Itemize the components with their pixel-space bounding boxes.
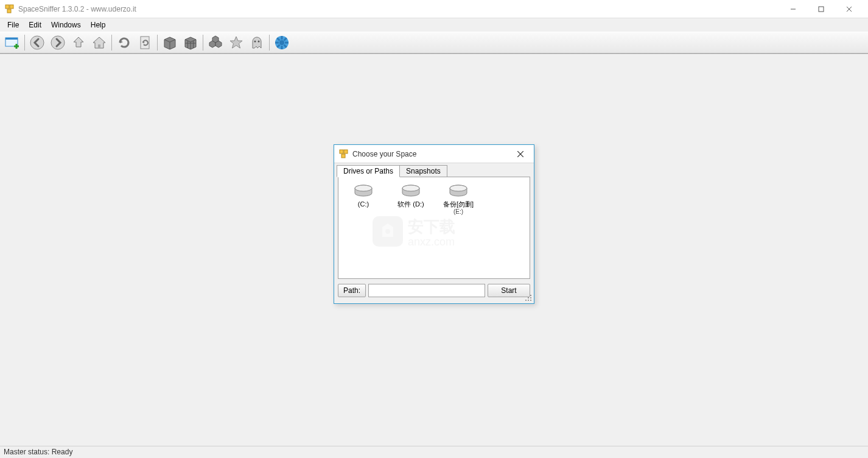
- favorite-button[interactable]: [226, 33, 246, 52]
- svg-rect-44: [528, 300, 529, 301]
- drive-icon: [447, 183, 469, 199]
- refresh-button[interactable]: [114, 33, 134, 52]
- svg-point-32: [355, 185, 372, 191]
- blocks-icon: [208, 35, 223, 51]
- back-icon: [29, 35, 45, 51]
- ghost-button[interactable]: [247, 33, 267, 52]
- svg-point-38: [385, 229, 390, 234]
- toolbar-separator: [111, 35, 112, 51]
- watermark-text: anxz.com: [408, 236, 455, 248]
- svg-rect-18: [281, 36, 283, 40]
- path-label-button[interactable]: Path:: [338, 284, 366, 297]
- drives-panel: (C:) 软件 (D:) 备份[勿删] (E:) 安下载 anxz.com: [338, 177, 530, 279]
- settings-button[interactable]: [272, 33, 292, 52]
- drive-item-c[interactable]: (C:): [341, 182, 386, 210]
- toolbar-separator: [24, 35, 25, 51]
- svg-rect-21: [285, 42, 289, 44]
- dialog-tabs: Drives or Paths Snapshots: [334, 164, 534, 177]
- toolbar-separator: [157, 35, 158, 51]
- level-up-icon: [71, 35, 86, 51]
- drive-item-e[interactable]: 备份[勿删] (E:): [436, 182, 481, 216]
- watermark: 安下载 anxz.com: [370, 211, 498, 254]
- drive-label: 软件 (D:): [397, 200, 424, 208]
- maximize-button[interactable]: [807, 0, 835, 18]
- minimize-button[interactable]: [779, 0, 807, 18]
- home-button[interactable]: [89, 33, 109, 52]
- dialog-title: Choose your Space: [352, 150, 512, 158]
- svg-rect-20: [275, 42, 279, 44]
- svg-rect-26: [340, 150, 343, 153]
- toolbar-separator: [269, 35, 270, 51]
- menu-edit[interactable]: Edit: [24, 19, 46, 30]
- dialog-close-button[interactable]: [512, 147, 529, 161]
- svg-rect-45: [530, 300, 531, 301]
- svg-rect-4: [819, 7, 824, 12]
- menu-windows[interactable]: Windows: [46, 19, 86, 30]
- refresh-icon: [116, 35, 132, 51]
- svg-rect-40: [530, 295, 531, 296]
- rescan-file-icon: [137, 35, 153, 51]
- window-controls: [779, 0, 863, 18]
- path-input[interactable]: [368, 284, 485, 297]
- home-icon: [91, 35, 107, 51]
- svg-rect-37: [373, 216, 403, 247]
- detail-less-button[interactable]: [160, 33, 180, 52]
- close-button[interactable]: [835, 0, 863, 18]
- dialog-bottom-row: Path: Start: [334, 279, 534, 303]
- new-scan-button[interactable]: [2, 33, 22, 52]
- svg-rect-0: [5, 5, 9, 9]
- svg-rect-12: [98, 44, 100, 48]
- svg-rect-19: [281, 46, 283, 49]
- blocks-button[interactable]: [206, 33, 225, 52]
- svg-rect-1: [10, 5, 13, 9]
- toolbar-separator: [203, 35, 203, 51]
- menu-file[interactable]: File: [2, 19, 24, 30]
- detail-more-icon: [183, 35, 198, 51]
- forward-icon: [50, 35, 66, 51]
- detail-more-button[interactable]: [181, 33, 200, 52]
- tab-drives-or-paths[interactable]: Drives or Paths: [337, 165, 400, 177]
- titlebar: SpaceSniffer 1.3.0.2 - www.uderzo.it: [0, 0, 868, 18]
- menu-help[interactable]: Help: [86, 19, 111, 30]
- drive-label: 备份[勿删]: [443, 200, 474, 208]
- dialog-app-icon: [339, 149, 349, 159]
- svg-text:安下载: 安下载: [408, 217, 455, 236]
- settings-gear-icon: [274, 35, 290, 51]
- svg-point-15: [258, 41, 260, 43]
- svg-point-36: [450, 185, 467, 191]
- level-up-button[interactable]: [69, 33, 88, 52]
- choose-space-dialog: Choose your Space Drives or Paths Snapsh…: [334, 144, 534, 304]
- svg-rect-41: [528, 297, 529, 298]
- dialog-titlebar: Choose your Space: [334, 145, 534, 163]
- status-text: Master status: Ready: [4, 448, 72, 456]
- back-button[interactable]: [27, 33, 47, 52]
- window-title: SpaceSniffer 1.3.0.2 - www.uderzo.it: [18, 5, 779, 13]
- forward-button[interactable]: [48, 33, 68, 52]
- ghost-icon: [249, 35, 265, 51]
- svg-rect-8: [5, 38, 18, 40]
- svg-rect-2: [7, 9, 11, 13]
- status-bar: Master status: Ready: [0, 446, 868, 458]
- svg-point-14: [254, 41, 256, 43]
- menubar: File Edit Windows Help: [0, 18, 868, 32]
- drive-icon: [352, 183, 374, 199]
- svg-point-17: [279, 40, 284, 45]
- tab-snapshots[interactable]: Snapshots: [399, 165, 447, 177]
- rescan-file-button[interactable]: [135, 33, 155, 52]
- detail-less-icon: [162, 35, 178, 51]
- drive-item-d[interactable]: 软件 (D:): [388, 182, 433, 210]
- svg-point-11: [51, 36, 65, 49]
- drive-label: (C:): [358, 200, 369, 208]
- favorite-icon: [228, 35, 244, 51]
- drive-icon: [400, 183, 422, 199]
- svg-point-34: [402, 185, 419, 191]
- svg-rect-43: [525, 300, 527, 301]
- resize-grip-icon[interactable]: [525, 295, 533, 302]
- new-scan-icon: [4, 35, 20, 50]
- start-button[interactable]: Start: [488, 284, 530, 297]
- app-icon: [5, 4, 15, 14]
- svg-rect-27: [344, 150, 348, 153]
- svg-rect-42: [530, 297, 531, 298]
- toolbar: [0, 32, 868, 54]
- drive-sublabel: (E:): [453, 208, 463, 215]
